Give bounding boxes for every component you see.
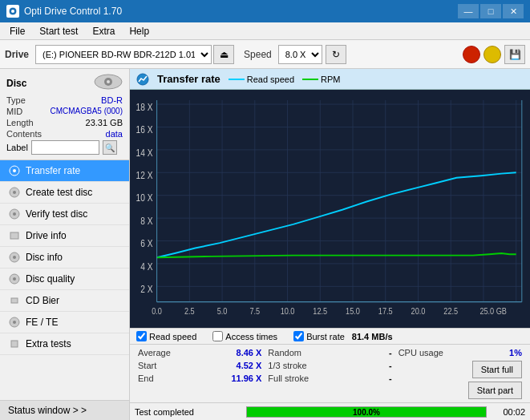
svg-text:0.0: 0.0 bbox=[152, 306, 162, 316]
stats-col-2: Random - 1/3 stroke - Full stroke - bbox=[265, 347, 394, 400]
svg-text:6 X: 6 X bbox=[140, 237, 152, 248]
random-value: - bbox=[389, 348, 392, 357]
one-third-label: 1/3 stroke bbox=[268, 361, 306, 370]
svg-point-6 bbox=[13, 169, 16, 172]
nav-disc-quality[interactable]: Disc quality bbox=[0, 269, 129, 290]
read-speed-legend: Read speed bbox=[229, 75, 294, 84]
cd-bier-icon bbox=[8, 294, 21, 307]
nav-extra-tests[interactable]: Extra tests bbox=[0, 333, 129, 355]
menu-file[interactable]: File bbox=[3, 24, 31, 38]
nav-create-test-disc[interactable]: Create test disc bbox=[0, 182, 129, 204]
svg-point-8 bbox=[13, 191, 16, 194]
nav-fe-te[interactable]: FE / TE bbox=[0, 312, 129, 333]
read-speed-color bbox=[229, 79, 245, 80]
mid-label: MID bbox=[6, 107, 22, 116]
average-label: Average bbox=[138, 348, 171, 357]
disc-section: Disc Type BD-R MID CMCMAGBA5 (000) Lengt… bbox=[0, 69, 129, 160]
extra-tests-icon bbox=[8, 337, 21, 350]
svg-point-15 bbox=[13, 277, 16, 281]
status-window-label: Status window > > bbox=[8, 405, 87, 416]
nav-transfer-rate[interactable]: Transfer rate bbox=[0, 160, 129, 182]
start-full-button[interactable]: Start full bbox=[472, 361, 522, 378]
mid-value: CMCMAGBA5 (000) bbox=[50, 107, 123, 116]
main-content: Disc Type BD-R MID CMCMAGBA5 (000) Lengt… bbox=[0, 69, 530, 420]
access-times-checkbox[interactable] bbox=[212, 331, 223, 341]
nav-verify-test-disc-label: Verify test disc bbox=[26, 208, 87, 220]
nav-transfer-rate-label: Transfer rate bbox=[26, 165, 80, 176]
drive-label: Drive bbox=[5, 49, 29, 60]
title-bar: Opti Drive Control 1.70 — □ ✕ bbox=[0, 0, 530, 22]
nav-cd-bier[interactable]: CD Bier bbox=[0, 290, 129, 312]
label-label: Label bbox=[6, 143, 28, 152]
svg-rect-11 bbox=[10, 232, 18, 239]
app-icon bbox=[6, 5, 19, 18]
yellow-btn[interactable] bbox=[483, 46, 501, 63]
app-title: Opti Drive Control 1.70 bbox=[24, 6, 122, 17]
drive-select[interactable]: (E:) PIONEER BD-RW BDR-212D 1.01 bbox=[35, 45, 212, 64]
rpm-legend-label: RPM bbox=[321, 75, 340, 84]
stats-area: Read speed Access times Burst rate 81.4 … bbox=[130, 328, 530, 402]
nav-drive-info[interactable]: Drive info bbox=[0, 225, 129, 247]
end-label: End bbox=[138, 374, 154, 383]
nav-create-test-disc-label: Create test disc bbox=[26, 187, 92, 198]
full-stroke-value: - bbox=[389, 374, 392, 383]
start-value: 4.52 X bbox=[237, 361, 262, 370]
close-button[interactable]: ✕ bbox=[503, 4, 524, 18]
svg-text:16 X: 16 X bbox=[136, 123, 153, 135]
chart-title: Transfer rate bbox=[157, 73, 220, 85]
read-speed-checkbox[interactable] bbox=[136, 331, 147, 341]
burst-rate-cb-label: Burst rate bbox=[306, 332, 345, 341]
start-part-button[interactable]: Start part bbox=[468, 382, 522, 399]
verify-disc-icon bbox=[8, 208, 21, 220]
menu-start-test[interactable]: Start test bbox=[33, 24, 84, 38]
maximize-button[interactable]: □ bbox=[480, 4, 501, 18]
svg-text:18 X: 18 X bbox=[136, 101, 153, 112]
start-label: Start bbox=[138, 361, 156, 370]
svg-text:2 X: 2 X bbox=[140, 283, 152, 294]
disc-quality-icon bbox=[8, 273, 21, 285]
average-value: 8.46 X bbox=[237, 348, 262, 357]
save-button[interactable]: 💾 bbox=[504, 45, 525, 64]
disc-info-icon bbox=[8, 251, 21, 264]
drive-info-icon bbox=[8, 229, 21, 242]
svg-text:8 X: 8 X bbox=[140, 215, 152, 226]
svg-text:10.0: 10.0 bbox=[281, 306, 295, 316]
stats-col-3: CPU usage 1% Start full Start part bbox=[395, 347, 525, 400]
cpu-value: 1% bbox=[509, 348, 522, 357]
stats-col-1: Average 8.46 X Start 4.52 X End 11.96 X bbox=[135, 347, 265, 400]
svg-point-4 bbox=[107, 80, 110, 83]
type-label: Type bbox=[6, 95, 26, 105]
nav-disc-quality-label: Disc quality bbox=[26, 273, 75, 285]
status-text: Test completed bbox=[135, 407, 240, 417]
refresh-button[interactable]: ↻ bbox=[326, 45, 346, 64]
red-btn[interactable] bbox=[463, 46, 480, 63]
eject-button[interactable]: ⏏ bbox=[213, 45, 234, 64]
svg-text:4 X: 4 X bbox=[140, 260, 152, 271]
label-browse-button[interactable]: 🔍 bbox=[103, 140, 117, 155]
menu-help[interactable]: Help bbox=[123, 24, 156, 38]
svg-text:15.0: 15.0 bbox=[346, 306, 360, 316]
label-input[interactable] bbox=[31, 140, 99, 155]
menu-extra[interactable]: Extra bbox=[86, 24, 121, 38]
svg-point-10 bbox=[13, 212, 16, 216]
chart-icon bbox=[136, 73, 149, 86]
nav-verify-test-disc[interactable]: Verify test disc bbox=[0, 204, 129, 225]
status-window-button[interactable]: Status window > > bbox=[0, 400, 129, 420]
nav-section: Transfer rate Create test disc Verify te… bbox=[0, 160, 129, 400]
burst-rate-checkbox[interactable] bbox=[293, 331, 304, 341]
nav-disc-info-label: Disc info bbox=[26, 252, 63, 263]
random-label: Random bbox=[268, 348, 301, 357]
full-stroke-label: Full stroke bbox=[268, 374, 309, 383]
svg-rect-21 bbox=[130, 90, 530, 328]
minimize-button[interactable]: — bbox=[458, 4, 479, 18]
length-value: 23.31 GB bbox=[86, 118, 123, 127]
access-times-cb-label: Access times bbox=[225, 332, 277, 341]
menu-bar: File Start test Extra Help bbox=[0, 22, 530, 40]
speed-select[interactable]: 8.0 X bbox=[278, 45, 322, 64]
one-third-value: - bbox=[389, 361, 392, 370]
svg-text:14 X: 14 X bbox=[136, 146, 153, 157]
sidebar: Disc Type BD-R MID CMCMAGBA5 (000) Lengt… bbox=[0, 69, 130, 420]
toolbar: Drive (E:) PIONEER BD-RW BDR-212D 1.01 ⏏… bbox=[0, 40, 530, 69]
svg-text:2.5: 2.5 bbox=[184, 306, 195, 316]
nav-disc-info[interactable]: Disc info bbox=[0, 247, 129, 269]
